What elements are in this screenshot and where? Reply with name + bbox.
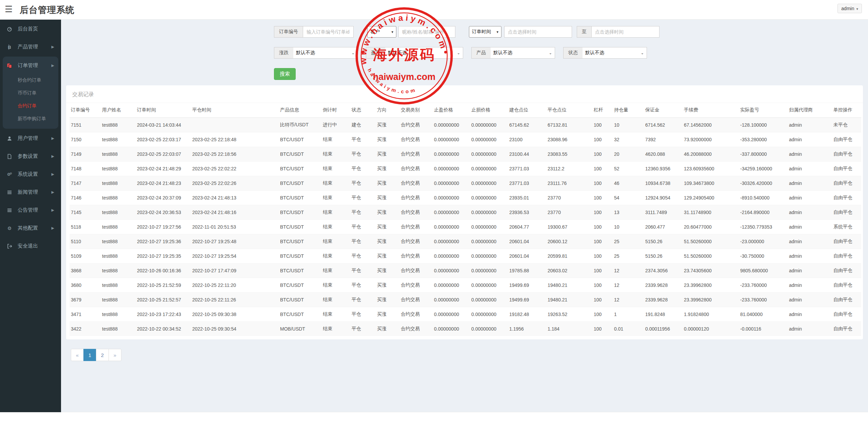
pagination-page-1[interactable]: 1 (83, 349, 96, 361)
user-name: admin (841, 6, 854, 11)
cell-amount: 0.01 (613, 322, 644, 336)
sidebar-item-7[interactable]: 公告管理▶ (3, 202, 58, 218)
cell-product[interactable]: BTC/USDT (279, 264, 321, 278)
cell-product[interactable]: BTC/USDT (279, 249, 321, 264)
customer-select[interactable]: 客户▾ (367, 26, 396, 38)
status-select[interactable]: 默认不选⌄ (583, 47, 647, 59)
updown-select[interactable]: 默认不选⌄ (293, 47, 358, 59)
customer-input[interactable] (398, 26, 455, 38)
sidebar-item-1[interactable]: B产品管理▶ (3, 39, 58, 55)
cell-status: 平仓 (350, 293, 376, 307)
order-no-input[interactable] (303, 26, 354, 38)
sidebar-item-5[interactable]: ⚙⚙系统设置▶ (3, 166, 58, 183)
search-filters: 订单编号 客户▾ 订单时间▾ 至 涨跌 (274, 26, 863, 85)
cell-product[interactable]: BTC/USDT (279, 162, 321, 176)
sidebar-subitem[interactable]: 合约订单 (3, 100, 58, 112)
sidebar-group: 订单管理▶秒合约订单币币订单合约订单新币申购订单 (3, 57, 58, 129)
cell-profit: 81.040000 (739, 307, 788, 322)
cell-user[interactable]: test888 (101, 162, 136, 176)
column-header: 交易类别 (399, 103, 433, 118)
cell-sl: 0.00000000 (470, 249, 508, 264)
cell-amount: 46 (613, 176, 644, 191)
sidebar-item-2[interactable]: 订单管理▶ (3, 57, 58, 74)
cell-lever: 100 (592, 264, 613, 278)
sidebar-item-9[interactable]: 安全退出 (3, 238, 58, 254)
cell-status: 平仓 (350, 147, 376, 162)
cell-user[interactable]: test888 (101, 191, 136, 205)
cell-product[interactable]: BTC/USDT (279, 205, 321, 220)
chevron-right-icon: ▶ (52, 63, 54, 68)
sidebar-item-8[interactable]: ⚙其他配置▶ (3, 220, 58, 236)
cell-id: 5110 (70, 234, 101, 249)
cell-open_point: 1.1956 (508, 322, 546, 336)
sidebar-item-0[interactable]: 后台首页 (3, 21, 58, 37)
cell-status: 平仓 (350, 191, 376, 205)
chevron-right-icon: ▶ (52, 190, 54, 194)
sidebar-subitem[interactable]: 币币订单 (3, 87, 58, 100)
cell-amount: 10 (613, 118, 644, 132)
cell-product[interactable]: BTC/USDT (279, 234, 321, 249)
cell-control: 自由平仓 (832, 234, 861, 249)
cell-open_point: 19499.69 (508, 293, 546, 307)
cell-product[interactable]: BTC/USDT (279, 278, 321, 293)
cell-user[interactable]: test888 (101, 205, 136, 220)
sidebar-group: 用户管理▶ (3, 130, 58, 147)
cell-control: 未平仓 (832, 118, 861, 132)
cell-user[interactable]: test888 (101, 147, 136, 162)
sidebar-item-4[interactable]: 参数设置▶ (3, 148, 58, 165)
cell-product[interactable]: 比特币/USDT (279, 118, 321, 132)
chevron-right-icon: ▶ (52, 136, 54, 141)
cell-user[interactable]: test888 (101, 118, 136, 132)
cell-margin: 5150.26 (644, 249, 683, 264)
cell-product[interactable]: MOB/USDT (279, 322, 321, 336)
pnl-select[interactable]: 默认不选⌄ (385, 47, 463, 59)
sidebar-item-3[interactable]: 用户管理▶ (3, 130, 58, 147)
cell-user[interactable]: test888 (101, 249, 136, 264)
pagination-prev-button[interactable]: « (71, 349, 84, 361)
cell-category: 合约交易 (399, 176, 433, 191)
cell-product[interactable]: BTC/USDT (279, 176, 321, 191)
cell-product[interactable]: BTC/USDT (279, 307, 321, 322)
cell-product[interactable]: BTC/USDT (279, 147, 321, 162)
cell-fee: 1.91824800 (683, 307, 739, 322)
cell-user[interactable]: test888 (101, 132, 136, 147)
time-type-select[interactable]: 订单时间▾ (469, 26, 501, 38)
pagination: « 1 2 » (71, 349, 863, 361)
cell-product[interactable]: BTC/USDT (279, 220, 321, 234)
cell-id: 3679 (70, 293, 101, 307)
panel-title: 交易记录 (66, 85, 863, 103)
cell-user[interactable]: test888 (101, 220, 136, 234)
pagination-next-button[interactable]: » (108, 349, 121, 361)
hamburger-icon[interactable]: ☰ (5, 4, 15, 14)
search-button[interactable]: 搜索 (274, 68, 296, 80)
user-menu-button[interactable]: admin▾ (837, 4, 862, 13)
sidebar-subitem[interactable]: 新币申购订单 (3, 112, 58, 125)
time-to-input[interactable] (592, 26, 659, 38)
cell-open_time: 2023-02-24 21:48:23 (136, 176, 191, 191)
sidebar-item-6[interactable]: 新闻管理▶ (3, 184, 58, 201)
sidebar: 后台首页B产品管理▶订单管理▶秒合约订单币币订单合约订单新币申购订单用户管理▶参… (0, 19, 61, 412)
pagination-page-2[interactable]: 2 (96, 349, 109, 361)
cell-product[interactable]: BTC/USDT (279, 132, 321, 147)
cell-profit: -337.800000 (739, 147, 788, 162)
cell-tp: 0.00000000 (433, 176, 470, 191)
cell-user[interactable]: test888 (101, 322, 136, 336)
cell-product[interactable]: BTC/USDT (279, 191, 321, 205)
cell-user[interactable]: test888 (101, 293, 136, 307)
cell-fee: 23.39962800 (683, 293, 739, 307)
time-from-input[interactable] (504, 26, 572, 38)
cell-product[interactable]: BTC/USDT (279, 293, 321, 307)
cell-user[interactable]: test888 (101, 278, 136, 293)
cell-user[interactable]: test888 (101, 176, 136, 191)
cell-open_point: 19785.88 (508, 264, 546, 278)
cell-sl: 0.00000000 (470, 191, 508, 205)
cell-user[interactable]: test888 (101, 234, 136, 249)
cell-user[interactable]: test888 (101, 307, 136, 322)
cell-open_point: 20601.04 (508, 249, 546, 264)
cell-close_time: 2022-10-27 19:25:48 (191, 234, 279, 249)
cell-user[interactable]: test888 (101, 264, 136, 278)
cell-control: 系统平仓 (832, 220, 861, 234)
sidebar-subitem[interactable]: 秒合约订单 (3, 74, 58, 87)
product-select[interactable]: 默认不选⌄ (491, 47, 555, 59)
cell-open_point: 23100 (508, 132, 546, 147)
